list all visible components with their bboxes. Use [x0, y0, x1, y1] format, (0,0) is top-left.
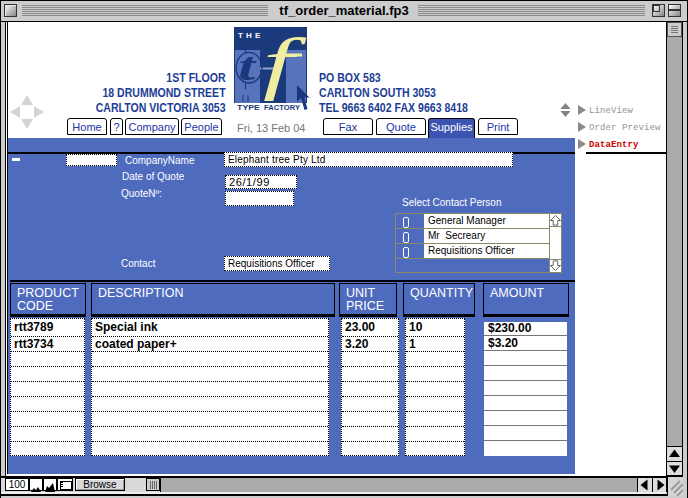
svg-text:THE: THE [238, 31, 264, 40]
svg-text:FACTORY: FACTORY [264, 103, 300, 111]
svg-text:TYPE: TYPE [237, 103, 260, 111]
svg-text:t: t [238, 44, 257, 89]
